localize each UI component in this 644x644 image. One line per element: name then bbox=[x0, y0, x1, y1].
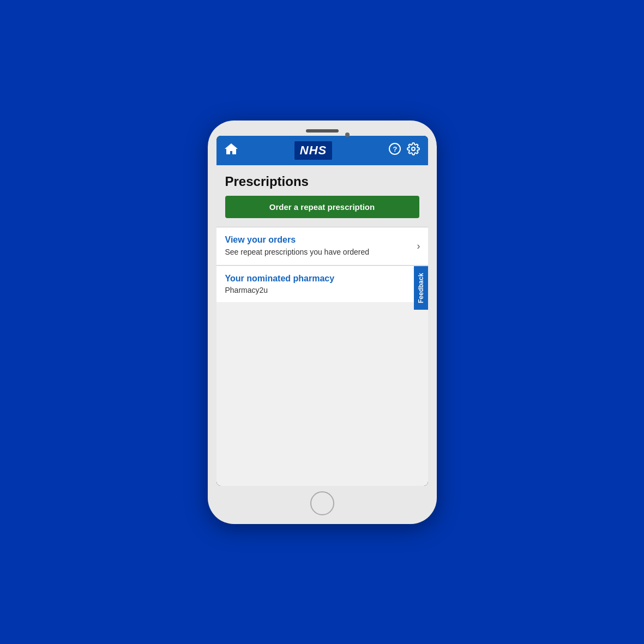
nhs-logo: NHS bbox=[294, 141, 332, 160]
view-orders-description: See repeat prescriptions you have ordere… bbox=[225, 247, 413, 258]
phone-camera bbox=[345, 133, 350, 137]
view-orders-item[interactable]: View your orders See repeat prescription… bbox=[216, 227, 428, 266]
app-content: Prescriptions Order a repeat prescriptio… bbox=[216, 165, 428, 486]
phone-screen: NHS ? Prescript bbox=[216, 136, 428, 486]
empty-area bbox=[216, 302, 428, 368]
phone-device: NHS ? Prescript bbox=[208, 121, 437, 524]
settings-icon[interactable] bbox=[407, 142, 420, 159]
header-icons: ? bbox=[388, 142, 420, 159]
svg-point-2 bbox=[412, 147, 415, 151]
help-icon[interactable]: ? bbox=[388, 142, 401, 159]
nominated-pharmacy-value: Pharmacy2u bbox=[225, 286, 419, 294]
phone-speaker bbox=[306, 129, 339, 133]
page-title-section: Prescriptions bbox=[216, 165, 428, 196]
section-divider-2 bbox=[216, 265, 428, 266]
feedback-tab[interactable]: Feedback bbox=[414, 266, 428, 310]
view-orders-title: View your orders bbox=[225, 235, 413, 245]
phone-home-button[interactable] bbox=[310, 491, 334, 515]
nominated-pharmacy-title: Your nominated pharmacy bbox=[225, 274, 419, 284]
nominated-pharmacy-section: Your nominated pharmacy Pharmacy2u Feedb… bbox=[216, 266, 428, 302]
svg-text:?: ? bbox=[393, 145, 398, 153]
home-icon[interactable] bbox=[224, 142, 238, 159]
page-title: Prescriptions bbox=[225, 174, 419, 189]
view-orders-content: View your orders See repeat prescription… bbox=[225, 235, 413, 258]
app-header: NHS ? bbox=[216, 136, 428, 165]
nhs-logo-text: NHS bbox=[300, 143, 327, 157]
view-orders-chevron-icon: › bbox=[417, 240, 420, 252]
order-btn-section: Order a repeat prescription bbox=[216, 196, 428, 227]
order-repeat-prescription-button[interactable]: Order a repeat prescription bbox=[225, 196, 419, 218]
